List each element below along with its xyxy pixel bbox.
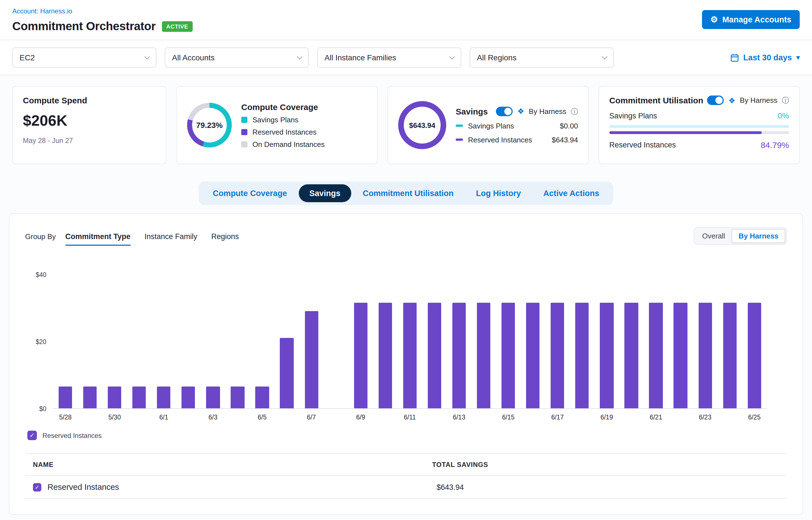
utilisation-savings-plans-label: Savings Plans bbox=[609, 111, 657, 120]
page-header: Account: Harness.io Commitment Orchestra… bbox=[0, 0, 812, 40]
service-filter-select[interactable]: EC2 bbox=[12, 48, 156, 68]
chart-bar bbox=[723, 303, 736, 408]
chart-bar bbox=[698, 303, 712, 408]
utilisation-reserved-instances-pct: 84.79% bbox=[761, 140, 789, 150]
savings-card-title: Savings bbox=[456, 106, 488, 116]
x-tick-label: 6/7 bbox=[299, 414, 324, 421]
summary-cards: Compute Spend $206K May 28 - Jun 27 79.2… bbox=[0, 75, 812, 172]
reserved-instances-amount: $643.94 bbox=[552, 135, 578, 144]
savings-donut-chart: $643.94 bbox=[398, 101, 446, 149]
chart-plot-area bbox=[53, 275, 767, 409]
chart-bar bbox=[501, 303, 515, 408]
x-tick-label: 5/30 bbox=[102, 414, 127, 421]
legend-swatch bbox=[456, 138, 463, 141]
caret-down-icon: ▾ bbox=[796, 54, 800, 61]
x-tick-label bbox=[324, 414, 348, 421]
chart-bar bbox=[625, 303, 638, 408]
chart-bar-slot bbox=[422, 275, 447, 408]
x-tick-label bbox=[717, 414, 742, 421]
row-checkbox[interactable]: ✓ bbox=[33, 483, 41, 491]
chart-bar-slot bbox=[225, 275, 250, 408]
chart-bar-slot bbox=[53, 275, 78, 408]
table-header-row: NAME TOTAL SAVINGS bbox=[25, 453, 787, 476]
chart-bar bbox=[600, 303, 613, 408]
savings-row-reserved-instances: Reserved Instances $643.94 bbox=[456, 135, 578, 144]
group-tab-instance-family[interactable]: Instance Family bbox=[145, 232, 197, 246]
chart-bar-slot bbox=[398, 275, 422, 408]
compute-spend-value: $206K bbox=[23, 112, 156, 130]
info-icon[interactable]: ⓘ bbox=[571, 107, 578, 115]
x-tick-label bbox=[471, 414, 496, 421]
x-tick-label: 6/11 bbox=[398, 414, 422, 421]
chart-bar-slot bbox=[176, 275, 201, 408]
by-harness-label: By Harness bbox=[529, 107, 566, 115]
chart-bar-slot bbox=[299, 275, 324, 408]
manage-accounts-button[interactable]: ⚙ Manage Accounts bbox=[702, 10, 800, 29]
reserved-instances-legend-checkbox[interactable]: ✓ bbox=[27, 431, 37, 440]
reserved-instances-progress-bar bbox=[609, 131, 789, 134]
x-tick-label bbox=[422, 414, 447, 421]
view-segment-by-harness[interactable]: By Harness bbox=[732, 229, 785, 243]
info-icon[interactable]: ⓘ bbox=[782, 97, 789, 104]
x-tick-label bbox=[176, 414, 201, 421]
chart-bar-slot bbox=[619, 275, 644, 408]
coverage-percentage: 79.23% bbox=[187, 103, 232, 148]
table-header-total-savings: TOTAL SAVINGS bbox=[432, 461, 488, 469]
view-segment-overall[interactable]: Overall bbox=[696, 229, 732, 243]
chart-bar-slot bbox=[693, 275, 717, 408]
utilisation-reserved-instances-label: Reserved Instances bbox=[609, 141, 676, 149]
tab-compute-coverage[interactable]: Compute Coverage bbox=[202, 184, 298, 202]
regions-filter-select[interactable]: All Regions bbox=[470, 48, 614, 68]
harness-logo-icon: ❖ bbox=[517, 107, 524, 115]
compute-spend-period: May 28 - Jun 27 bbox=[23, 137, 156, 145]
chevron-down-icon bbox=[449, 54, 455, 59]
tab-active-actions[interactable]: Active Actions bbox=[533, 184, 610, 202]
x-tick-label bbox=[274, 414, 299, 421]
chart-bar-slot bbox=[644, 275, 668, 408]
legend-item-reserved-instances: Reserved Instances bbox=[241, 128, 367, 136]
chart-legend-label: Reserved Instances bbox=[43, 432, 102, 439]
group-tab-commitment-type[interactable]: Commitment Type bbox=[66, 232, 131, 246]
by-harness-toggle[interactable] bbox=[496, 106, 513, 116]
chart-bar-slot bbox=[324, 275, 348, 408]
y-tick-label: $0 bbox=[39, 406, 46, 412]
chart-bar bbox=[231, 387, 244, 408]
tab-commitment-utilisation[interactable]: Commitment Utilisation bbox=[352, 184, 464, 202]
chart-bar-slot bbox=[373, 275, 398, 408]
panel-toolbar: Group By Commitment TypeInstance FamilyR… bbox=[25, 227, 787, 246]
calendar-icon bbox=[731, 53, 739, 62]
compute-coverage-title: Compute Coverage bbox=[241, 102, 367, 111]
tab-log-history[interactable]: Log History bbox=[466, 184, 532, 202]
chart-bar-slot bbox=[595, 275, 619, 408]
chart-bar-slot bbox=[250, 275, 274, 408]
chart-bar-slot bbox=[668, 275, 693, 408]
account-breadcrumb-link[interactable]: Account: Harness.io bbox=[12, 7, 72, 15]
tab-savings[interactable]: Savings bbox=[299, 184, 351, 202]
savings-plans-progress-bar bbox=[609, 125, 789, 128]
x-tick-label: 6/25 bbox=[742, 414, 767, 421]
x-tick-label bbox=[570, 414, 595, 421]
chart-bar bbox=[59, 387, 72, 408]
x-tick-label: 6/1 bbox=[152, 414, 176, 421]
chart-bar bbox=[157, 387, 170, 408]
date-range-picker[interactable]: Last 30 days ▾ bbox=[731, 53, 800, 62]
x-tick-label bbox=[619, 414, 644, 421]
accounts-filter-select[interactable]: All Accounts bbox=[165, 48, 309, 68]
commitment-utilisation-card: Commitment Utilisation ❖ By Harness ⓘ Sa… bbox=[599, 86, 800, 164]
chart-bar-slot bbox=[471, 275, 496, 408]
x-tick-label: 5/28 bbox=[53, 414, 78, 421]
x-tick-label: 6/5 bbox=[250, 414, 274, 421]
x-tick-label bbox=[521, 414, 545, 421]
instance-families-filter-select[interactable]: All Instance Families bbox=[317, 48, 461, 68]
chevron-down-icon bbox=[297, 54, 303, 59]
chart-bar bbox=[83, 387, 97, 408]
commitment-orchestrator-page: Account: Harness.io Commitment Orchestra… bbox=[0, 0, 812, 520]
chart-bar-slot bbox=[102, 275, 127, 408]
x-tick-label bbox=[78, 414, 102, 421]
chart-bar bbox=[256, 387, 269, 408]
by-harness-toggle[interactable] bbox=[707, 96, 724, 105]
chart-bar-slot bbox=[545, 275, 570, 408]
commitment-utilisation-title: Commitment Utilisation bbox=[609, 96, 703, 105]
x-tick-label bbox=[373, 414, 398, 421]
group-tab-regions[interactable]: Regions bbox=[211, 232, 239, 246]
